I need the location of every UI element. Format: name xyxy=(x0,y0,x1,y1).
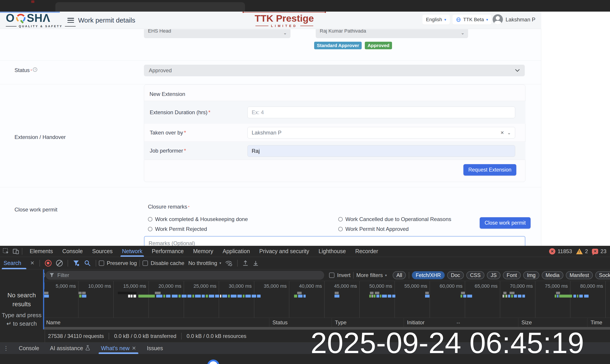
chip-manifest[interactable]: Manifest xyxy=(566,271,593,279)
taken-over-select[interactable]: Lakshman P ✕⌄ xyxy=(247,127,515,139)
search-icon[interactable] xyxy=(84,260,91,267)
column-header-name[interactable]: Name xyxy=(43,318,269,327)
browser-active-tab[interactable] xyxy=(55,2,245,12)
chip-fetch-xhr[interactable]: Fetch/XHR xyxy=(412,271,444,279)
record-network-log-icon[interactable] xyxy=(45,260,52,267)
close-search-icon[interactable]: ✕ xyxy=(30,260,34,266)
kebab-menu-icon[interactable]: ⋮ xyxy=(3,345,9,352)
errors-count[interactable]: 11853 xyxy=(557,248,572,255)
chip-css[interactable]: CSS xyxy=(466,271,484,279)
waterfall-bar xyxy=(237,295,242,298)
network-conditions-icon[interactable] xyxy=(225,260,233,266)
warnings-icon[interactable] xyxy=(576,248,583,254)
drawer-tab-what-s-new[interactable]: What's new✕ xyxy=(101,345,136,351)
network-overview-timeline[interactable]: 5,000 ms10,000 ms15,000 ms20,000 ms25,00… xyxy=(0,281,610,318)
disable-cache-checkbox[interactable] xyxy=(143,260,148,266)
radio-icon[interactable] xyxy=(148,217,152,221)
chip-font[interactable]: Font xyxy=(503,271,521,279)
radio-icon[interactable] xyxy=(338,227,343,231)
devtools-tab-lighthouse[interactable]: Lighthouse xyxy=(314,246,350,257)
pane-splitter[interactable] xyxy=(43,269,44,329)
language-dropdown[interactable]: English ▾ xyxy=(422,15,450,25)
chip-js[interactable]: JS xyxy=(487,271,501,279)
closure-option[interactable]: Work Cancelled due to Operational Reason… xyxy=(338,216,451,222)
menu-icon[interactable] xyxy=(67,18,74,23)
waterfall-bar xyxy=(187,295,191,298)
drawer-tab-console[interactable]: Console xyxy=(19,345,39,351)
devtools-tab-memory[interactable]: Memory xyxy=(188,246,218,257)
waterfall-bar xyxy=(503,292,506,294)
warnings-count[interactable]: 2 xyxy=(585,248,588,255)
browser-extension-icon[interactable] xyxy=(31,0,34,3)
devtools-tab-sources[interactable]: Sources xyxy=(87,246,117,257)
column-header-status[interactable]: Status xyxy=(269,318,332,327)
job-performer-input[interactable] xyxy=(247,145,515,157)
devtools-tab-privacy-and-security[interactable]: Privacy and security xyxy=(255,246,314,257)
chip-media[interactable]: Media xyxy=(542,271,563,279)
clear-network-log-icon[interactable] xyxy=(56,260,63,267)
waterfall-bar xyxy=(209,295,214,298)
import-har-icon[interactable] xyxy=(253,260,259,266)
app-right-border xyxy=(541,12,541,246)
throttling-select[interactable]: No throttling xyxy=(188,260,217,266)
closure-option[interactable]: Work Permit Rejected xyxy=(148,226,338,232)
filter-input[interactable]: Filter xyxy=(46,271,324,280)
chip-img[interactable]: Img xyxy=(523,271,539,279)
waterfall-bar xyxy=(518,295,521,298)
more-filters-button[interactable]: More filters xyxy=(356,272,383,278)
closure-option[interactable]: Work completed & Housekeeping done xyxy=(148,216,338,222)
column-header-time[interactable]: Time xyxy=(587,318,610,327)
chat-widget-icon[interactable] xyxy=(207,360,219,364)
chip-socket[interactable]: Socket xyxy=(595,271,610,279)
column-header-size[interactable]: Size xyxy=(518,318,587,327)
close-icon[interactable]: ✕ xyxy=(132,345,136,351)
devtools-tab-application[interactable]: Application xyxy=(218,246,255,257)
approver-role-select[interactable]: EHS Head ⌄ xyxy=(144,29,291,38)
timeline-tick-label: 30,000 ms xyxy=(214,283,252,289)
preserve-log-label[interactable]: Preserve log xyxy=(107,260,137,266)
inspect-icon[interactable] xyxy=(3,248,9,255)
devtools-tab-network[interactable]: Network xyxy=(117,246,147,257)
search-tab[interactable]: Search xyxy=(4,257,30,269)
clear-selection-icon[interactable]: ✕ xyxy=(500,130,504,135)
status-select[interactable]: Approved xyxy=(144,65,525,76)
chip-doc[interactable]: Doc xyxy=(447,271,464,279)
chevron-down-icon[interactable]: ⌄ xyxy=(507,130,511,135)
issues-icon[interactable]: ✕ xyxy=(592,249,598,254)
issues-count[interactable]: 23 xyxy=(600,248,606,255)
approver-name-select[interactable]: Raj Kumar Pathivada ⌄ xyxy=(316,29,468,38)
devtools-tab-performance[interactable]: Performance xyxy=(147,246,188,257)
tenant-dropdown[interactable]: TTK Beta ▾ xyxy=(452,15,491,25)
required-asterisk: * xyxy=(184,148,186,154)
divider xyxy=(68,260,68,267)
disable-cache-label[interactable]: Disable cache xyxy=(151,260,184,266)
devtools-tab-console[interactable]: Console xyxy=(58,246,87,257)
request-extension-button[interactable]: Request Extension xyxy=(464,164,516,176)
divider xyxy=(237,260,238,267)
closure-option[interactable]: Work Permit Not Approved xyxy=(338,226,451,232)
devtools-tab-elements[interactable]: Elements xyxy=(25,246,58,257)
drawer-tab-ai-assistance[interactable]: AI assistance xyxy=(50,345,90,352)
filter-icon[interactable] xyxy=(73,260,80,266)
tenant-value: TTK Beta xyxy=(463,17,484,23)
invert-checkbox[interactable] xyxy=(329,273,334,278)
waterfall-bar xyxy=(375,292,379,294)
chip-all[interactable]: All xyxy=(393,271,406,279)
column-header-type[interactable]: Type xyxy=(332,318,404,327)
invert-label[interactable]: Invert xyxy=(337,272,350,278)
help-icon[interactable]: ? xyxy=(33,67,37,72)
errors-icon[interactable]: ✕ xyxy=(549,248,555,255)
drawer-tab-issues[interactable]: Issues xyxy=(147,345,163,351)
export-har-icon[interactable] xyxy=(242,260,248,266)
avatar[interactable] xyxy=(493,14,503,25)
duration-input[interactable] xyxy=(247,107,515,118)
waterfall-bar xyxy=(202,295,205,298)
devtools-tab-recorder[interactable]: Recorder xyxy=(350,246,383,257)
close-work-permit-button[interactable]: Close work permit xyxy=(480,217,530,229)
device-toolbar-icon[interactable] xyxy=(13,248,19,255)
radio-icon[interactable] xyxy=(148,227,152,231)
radio-icon[interactable] xyxy=(338,217,343,221)
timeline-tick-label: 65,000 ms xyxy=(460,283,498,289)
preserve-log-checkbox[interactable] xyxy=(99,260,104,266)
caret-down-icon: ▾ xyxy=(486,17,488,22)
